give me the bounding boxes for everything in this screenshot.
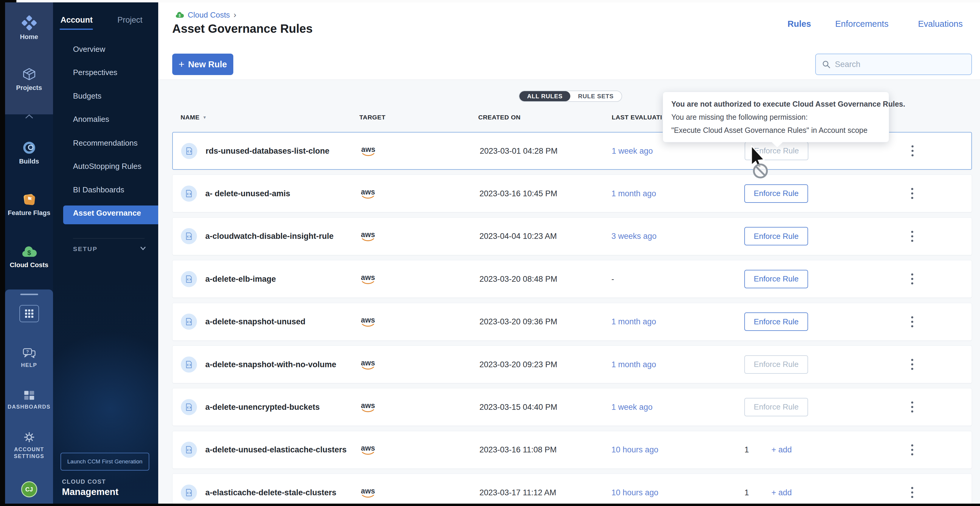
toggle-all-rules[interactable]: ALL RULES bbox=[519, 91, 570, 101]
column-header-name[interactable]: NAME ▼ bbox=[181, 114, 207, 121]
aws-target-icon: aws bbox=[360, 273, 376, 284]
table-row[interactable]: a-cloudwatch-disable-insight-rule aws 20… bbox=[172, 217, 972, 255]
aws-label: aws bbox=[361, 145, 375, 153]
enforce-rule-button[interactable]: Enforce Rule bbox=[744, 270, 808, 288]
aws-smile-icon bbox=[361, 494, 375, 498]
table-row[interactable]: a-delete-unused-elasticache-clusters aws… bbox=[172, 431, 972, 469]
add-enforcement-link[interactable]: + add bbox=[772, 445, 792, 454]
tab-project[interactable]: Project bbox=[118, 16, 142, 25]
rail-item-projects[interactable]: Projects bbox=[5, 67, 53, 92]
table-row[interactable]: a-elasticache-delete-stale-clusters aws … bbox=[172, 474, 972, 504]
enforce-rule-button[interactable]: Enforce Rule bbox=[744, 398, 808, 416]
nav-link-rules[interactable]: Rules bbox=[788, 19, 811, 29]
kebab-menu-button[interactable] bbox=[906, 270, 918, 288]
kebab-menu-button[interactable] bbox=[906, 398, 918, 416]
module-rail: Home Projects Builds Feature Flags $ bbox=[5, 2, 53, 504]
sidebar-item-perspectives[interactable]: Perspectives bbox=[73, 68, 118, 77]
nav-link-enforcements[interactable]: Enforcements bbox=[835, 19, 889, 29]
nav-link-evaluations[interactable]: Evaluations bbox=[918, 19, 963, 29]
tooltip-line: "Execute Cloud Asset Governance Rules" i… bbox=[671, 124, 880, 137]
kebab-menu-button[interactable] bbox=[907, 142, 918, 160]
rail-item-feature-flags[interactable]: Feature Flags bbox=[5, 192, 53, 217]
kebab-menu-button[interactable] bbox=[906, 228, 918, 245]
last-evaluation-cell[interactable]: 1 month ago bbox=[611, 189, 656, 198]
kebab-menu-button[interactable] bbox=[906, 484, 918, 501]
search-input[interactable] bbox=[835, 60, 966, 69]
sidebar-item-bi-dashboards[interactable]: BI Dashboards bbox=[73, 185, 124, 195]
aws-label: aws bbox=[361, 359, 375, 366]
new-rule-button[interactable]: + New Rule bbox=[172, 54, 233, 75]
projects-cube-icon bbox=[22, 67, 37, 82]
last-evaluation-cell[interactable]: 1 month ago bbox=[611, 360, 656, 369]
kebab-menu-button[interactable] bbox=[906, 441, 918, 458]
tab-account[interactable]: Account bbox=[60, 16, 93, 25]
aws-target-icon: aws bbox=[360, 231, 376, 242]
rail-item-builds[interactable]: Builds bbox=[5, 140, 53, 165]
page-title: Asset Governance Rules bbox=[172, 22, 313, 35]
last-evaluation-cell[interactable]: 1 week ago bbox=[612, 146, 653, 155]
rail-collapse-button[interactable] bbox=[5, 114, 53, 120]
enforce-rule-button[interactable]: Enforce Rule bbox=[744, 355, 808, 374]
enforce-rule-button[interactable]: Enforce Rule bbox=[744, 312, 808, 331]
rule-name[interactable]: a- delete-unused-amis bbox=[205, 189, 290, 198]
module-apps-button[interactable] bbox=[19, 305, 39, 322]
toggle-rule-sets[interactable]: RULE SETS bbox=[570, 91, 621, 101]
table-row[interactable]: a-delete-snapshot-unused aws 2023-03-20 … bbox=[172, 303, 972, 341]
sidebar-item-autostopping-rules[interactable]: AutoStopping Rules bbox=[73, 162, 142, 171]
rule-name[interactable]: a-delete-unencrypted-buckets bbox=[205, 402, 320, 412]
rail-item-home[interactable]: Home bbox=[5, 15, 53, 41]
rule-name[interactable]: a-delete-snapshot-with-no-volume bbox=[205, 360, 336, 369]
last-evaluation-cell[interactable]: 1 week ago bbox=[611, 402, 652, 412]
table-row[interactable]: a- delete-unused-amis aws 2023-03-16 10:… bbox=[172, 174, 972, 213]
last-evaluation-cell[interactable]: 3 weeks ago bbox=[611, 232, 657, 241]
rules-view-toggle: ALL RULES RULE SETS bbox=[519, 90, 622, 102]
rule-name[interactable]: a-cloudwatch-disable-insight-rule bbox=[205, 232, 334, 241]
kebab-menu-button[interactable] bbox=[906, 356, 918, 373]
rail-item-help[interactable]: ? HELP bbox=[5, 347, 53, 368]
aws-smile-icon bbox=[361, 153, 375, 156]
rail-item-account-settings[interactable]: ACCOUNT SETTINGS bbox=[5, 431, 53, 460]
aws-target-icon: aws bbox=[360, 487, 376, 498]
rule-name[interactable]: rds-unused-databases-list-clone bbox=[205, 146, 329, 155]
user-avatar[interactable]: CJ bbox=[21, 481, 37, 497]
help-chat-icon: ? bbox=[22, 347, 36, 360]
mouse-cursor-blocked-icon bbox=[747, 145, 780, 182]
last-evaluation-cell[interactable]: - bbox=[611, 274, 614, 284]
rule-name[interactable]: a-elasticache-delete-stale-clusters bbox=[205, 488, 336, 497]
sidebar-item-overview[interactable]: Overview bbox=[73, 45, 105, 54]
last-evaluation-cell[interactable]: 10 hours ago bbox=[611, 488, 659, 497]
rule-name[interactable]: a-delete-elb-image bbox=[205, 274, 276, 284]
enforce-rule-button[interactable]: Enforce Rule bbox=[744, 227, 808, 246]
table-row[interactable]: a-delete-snapshot-with-no-volume aws 202… bbox=[172, 346, 972, 383]
created-on-cell: 2023-03-15 04:40 PM bbox=[479, 402, 557, 412]
aws-smile-icon bbox=[361, 281, 375, 284]
rule-name[interactable]: a-delete-unused-elasticache-clusters bbox=[205, 445, 347, 454]
kebab-menu-button[interactable] bbox=[906, 185, 918, 202]
last-evaluation-cell[interactable]: 1 month ago bbox=[611, 317, 656, 327]
rail-item-dashboards[interactable]: DASHBOARDS bbox=[5, 390, 53, 410]
table-row[interactable]: a-delete-elb-image aws 2023-03-20 08:48 … bbox=[172, 260, 972, 298]
kebab-menu-button[interactable] bbox=[906, 313, 918, 330]
sidebar-item-budgets[interactable]: Budgets bbox=[73, 92, 101, 101]
last-evaluation-cell[interactable]: 10 hours ago bbox=[611, 445, 659, 454]
rule-icon bbox=[181, 143, 197, 159]
rule-name[interactable]: a-delete-snapshot-unused bbox=[205, 317, 305, 327]
cloud-costs-icon: $ bbox=[175, 11, 184, 19]
feature-flags-icon bbox=[22, 192, 37, 207]
sidebar-item-asset-governance[interactable]: Asset Governance bbox=[73, 208, 141, 218]
breadcrumb-link[interactable]: Cloud Costs bbox=[188, 10, 230, 20]
setup-section-toggle[interactable]: SETUP bbox=[73, 246, 148, 252]
launch-ccm-first-gen-button[interactable]: Launch CCM First Generation bbox=[60, 453, 149, 471]
enforce-rule-button[interactable]: Enforce Rule bbox=[744, 184, 808, 203]
table-row[interactable]: a-delete-unencrypted-buckets aws 2023-03… bbox=[172, 388, 972, 426]
created-on-cell: 2023-03-20 08:48 PM bbox=[479, 274, 557, 284]
sidebar-item-anomalies[interactable]: Anomalies bbox=[73, 115, 109, 124]
aws-target-icon: aws bbox=[360, 316, 376, 327]
rail-label: Feature Flags bbox=[5, 209, 53, 217]
add-enforcement-link[interactable]: + add bbox=[772, 488, 792, 497]
sidebar-item-recommendations[interactable]: Recommendations bbox=[73, 138, 138, 148]
search-box bbox=[815, 54, 972, 75]
rule-icon bbox=[181, 271, 197, 287]
panel-drag-handle[interactable] bbox=[20, 293, 38, 295]
rail-item-cloud-costs[interactable]: $ Cloud Costs bbox=[5, 244, 53, 269]
